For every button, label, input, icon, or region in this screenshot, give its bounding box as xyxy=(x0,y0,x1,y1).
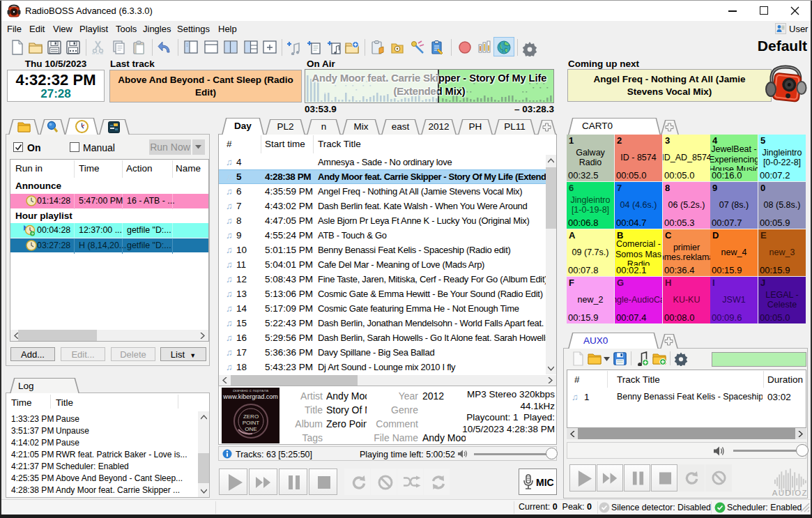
svg-text:ONE: ONE xyxy=(245,426,256,432)
svg-text:POINT: POINT xyxy=(243,420,260,426)
svg-text:AUDIOZ: AUDIOZ xyxy=(772,489,808,497)
svg-text:ZERO: ZERO xyxy=(243,413,259,420)
